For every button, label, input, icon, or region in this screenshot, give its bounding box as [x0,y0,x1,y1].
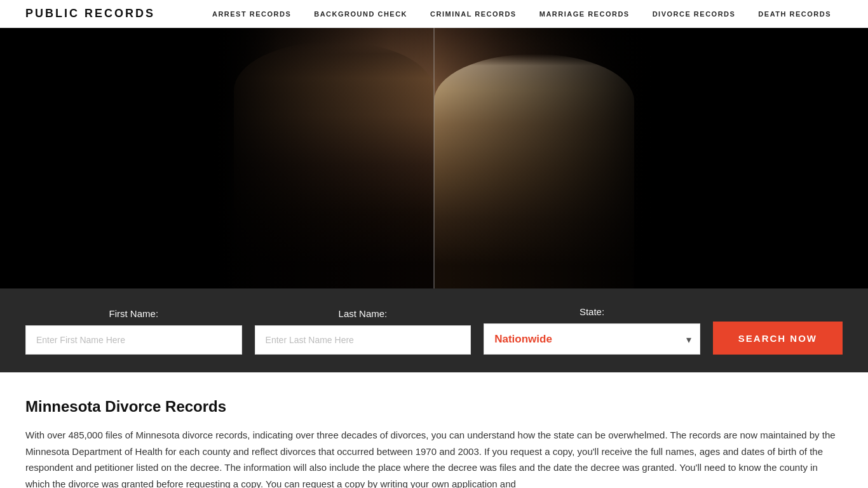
site-header: PUBLIC RECORDS ARREST RECORDS BACKGROUND… [0,0,868,28]
nav-criminal-records[interactable]: CRIMINAL RECORDS [419,0,528,28]
state-select-wrapper: NationwideAlabamaAlaskaArizonaArkansasCa… [484,323,700,355]
main-nav: ARREST RECORDS BACKGROUND CHECK CRIMINAL… [201,0,843,28]
first-name-label: First Name: [25,308,242,319]
first-name-input[interactable] [25,325,242,355]
last-name-input[interactable] [255,325,471,355]
search-section: First Name: Last Name: State: Nationwide… [0,288,868,372]
hero-overlay-right [434,28,656,288]
nav-arrest-records[interactable]: ARREST RECORDS [201,0,302,28]
nav-background-check[interactable]: BACKGROUND CHECK [302,0,419,28]
hero-overlay-left [212,28,434,288]
nav-death-records[interactable]: DEATH RECORDS [747,0,843,28]
last-name-group: Last Name: [255,308,471,355]
content-section: Minnesota Divorce Records With over 485,… [0,372,868,488]
last-name-label: Last Name: [255,308,471,319]
hero-image [212,28,656,288]
nav-divorce-records[interactable]: DIVORCE RECORDS [641,0,747,28]
nav-marriage-records[interactable]: MARRIAGE RECORDS [528,0,641,28]
site-logo[interactable]: PUBLIC RECORDS [25,7,155,20]
search-now-button[interactable]: SEARCH NOW [713,322,843,355]
hero-couple-bg [212,28,656,288]
hero-section [0,28,868,288]
state-select[interactable]: NationwideAlabamaAlaskaArizonaArkansasCa… [484,323,700,355]
content-title: Minnesota Divorce Records [25,398,843,416]
content-body: With over 485,000 files of Minnesota div… [25,427,843,488]
state-group: State: NationwideAlabamaAlaskaArizonaArk… [484,306,700,355]
state-label: State: [484,306,700,317]
first-name-group: First Name: [25,308,242,355]
